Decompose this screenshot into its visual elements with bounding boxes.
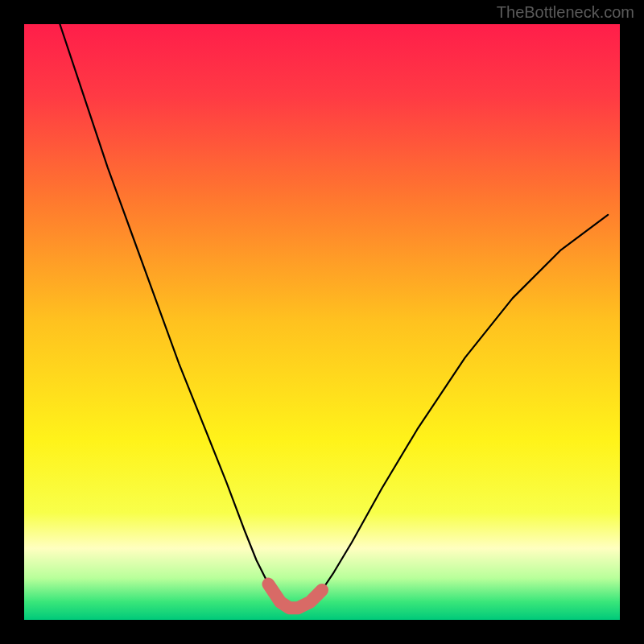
watermark-text: TheBottleneck.com xyxy=(497,3,634,22)
bottleneck-chart xyxy=(0,0,644,644)
chart-gradient-background xyxy=(24,24,620,620)
